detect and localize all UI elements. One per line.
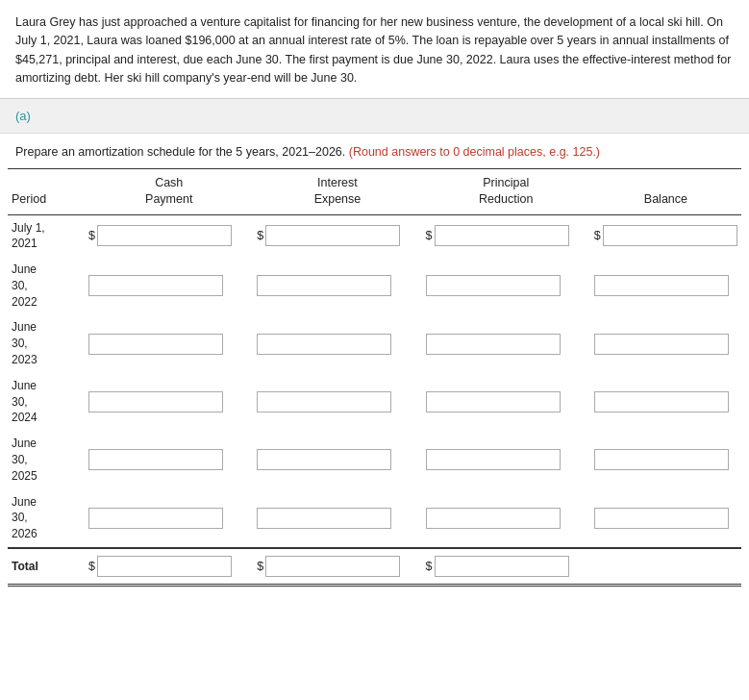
balance-cell: $ bbox=[590, 214, 741, 257]
cash-payment-input-june2025[interactable] bbox=[88, 449, 223, 470]
dollar-sign: $ bbox=[257, 560, 263, 573]
dollar-sign: $ bbox=[88, 229, 95, 242]
header-period: Period bbox=[8, 168, 85, 214]
cash-payment-input-june2022[interactable] bbox=[88, 275, 223, 296]
table-row: June30,2025 bbox=[8, 431, 741, 488]
header-principal-reduction: PrincipalReduction bbox=[422, 168, 590, 214]
principal-reduction-input-june2022[interactable] bbox=[426, 275, 561, 296]
dollar-sign: $ bbox=[257, 229, 263, 242]
cash-payment-input-june2026[interactable] bbox=[88, 508, 223, 529]
total-interest-input[interactable] bbox=[265, 556, 400, 577]
total-interest-cell: $ bbox=[253, 548, 421, 586]
total-row: Total $ $ $ bbox=[8, 548, 741, 586]
balance-input-june2026[interactable] bbox=[594, 508, 729, 529]
balance-input-june2024[interactable] bbox=[594, 391, 729, 412]
total-cash-input[interactable] bbox=[97, 556, 232, 577]
dollar-sign: $ bbox=[426, 229, 433, 242]
principal-reduction-input-june2024[interactable] bbox=[426, 391, 561, 412]
balance-cell bbox=[590, 431, 741, 488]
interest-expense-input-june2026[interactable] bbox=[257, 508, 391, 529]
dollar-sign: $ bbox=[594, 229, 601, 242]
header-balance: Balance bbox=[590, 168, 741, 214]
balance-input-june2025[interactable] bbox=[594, 449, 729, 470]
dollar-sign: $ bbox=[88, 560, 95, 573]
period-cell: June30,2026 bbox=[8, 489, 85, 548]
table-row: June30,2023 bbox=[8, 314, 741, 372]
principal-reduction-cell bbox=[422, 314, 590, 372]
header-cash-payment: CashPayment bbox=[85, 168, 253, 214]
period-cell: July 1,2021 bbox=[8, 214, 85, 257]
total-principal-cell: $ bbox=[422, 548, 590, 586]
total-cash-cell: $ bbox=[85, 548, 253, 586]
interest-expense-input-june2025[interactable] bbox=[257, 449, 391, 470]
table-row: June30,2022 bbox=[8, 257, 741, 314]
cash-payment-cell bbox=[85, 431, 253, 488]
principal-reduction-cell bbox=[422, 431, 590, 488]
total-label: Total bbox=[8, 548, 85, 586]
balance-cell bbox=[590, 489, 741, 548]
table-row: June30,2026 bbox=[8, 489, 741, 548]
table-row: June30,2024 bbox=[8, 373, 741, 431]
cash-payment-cell bbox=[85, 314, 253, 372]
interest-expense-cell: $ bbox=[253, 214, 421, 257]
balance-cell bbox=[590, 373, 741, 431]
balance-cell bbox=[590, 314, 741, 372]
section-label: (a) bbox=[0, 99, 749, 134]
interest-expense-input-june2024[interactable] bbox=[257, 391, 391, 412]
cash-payment-cell: $ bbox=[85, 214, 253, 257]
balance-cell bbox=[590, 257, 741, 314]
balance-input-june2023[interactable] bbox=[594, 334, 729, 355]
dollar-sign: $ bbox=[426, 560, 433, 573]
description-text: Laura Grey has just approached a venture… bbox=[0, 0, 749, 99]
period-cell: June30,2025 bbox=[8, 431, 85, 488]
interest-expense-input-july2021[interactable] bbox=[265, 225, 400, 246]
header-interest-expense: InterestExpense bbox=[253, 168, 421, 214]
interest-expense-cell bbox=[253, 431, 421, 488]
principal-reduction-input-june2025[interactable] bbox=[426, 449, 561, 470]
amortization-table-container: Period CashPayment InterestExpense Princ… bbox=[0, 168, 749, 607]
interest-expense-cell bbox=[253, 373, 421, 431]
cash-payment-cell bbox=[85, 373, 253, 431]
principal-reduction-input-june2026[interactable] bbox=[426, 508, 561, 529]
cash-payment-input-july2021[interactable] bbox=[97, 225, 232, 246]
interest-expense-input-june2022[interactable] bbox=[257, 275, 391, 296]
balance-input-june2022[interactable] bbox=[594, 275, 729, 296]
interest-expense-input-june2023[interactable] bbox=[257, 334, 391, 355]
total-balance-cell bbox=[590, 548, 741, 586]
period-cell: June30,2023 bbox=[8, 314, 85, 372]
period-cell: June30,2024 bbox=[8, 373, 85, 431]
cash-payment-cell bbox=[85, 489, 253, 548]
period-cell: June30,2022 bbox=[8, 257, 85, 314]
amortization-table: Period CashPayment InterestExpense Princ… bbox=[8, 168, 741, 588]
cash-payment-input-june2023[interactable] bbox=[88, 334, 223, 355]
principal-reduction-cell bbox=[422, 373, 590, 431]
principal-reduction-cell bbox=[422, 489, 590, 548]
interest-expense-cell bbox=[253, 314, 421, 372]
balance-input-july2021[interactable] bbox=[603, 225, 737, 246]
principal-reduction-cell: $ bbox=[422, 214, 590, 257]
instruction-text: Prepare an amortization schedule for the… bbox=[0, 134, 749, 168]
total-principal-input[interactable] bbox=[435, 556, 569, 577]
principal-reduction-input-july2021[interactable] bbox=[435, 225, 569, 246]
interest-expense-cell bbox=[253, 257, 421, 314]
table-row: July 1,2021 $ $ $ bbox=[8, 214, 741, 257]
principal-reduction-input-june2023[interactable] bbox=[426, 334, 561, 355]
interest-expense-cell bbox=[253, 489, 421, 548]
cash-payment-cell bbox=[85, 257, 253, 314]
principal-reduction-cell bbox=[422, 257, 590, 314]
cash-payment-input-june2024[interactable] bbox=[88, 391, 223, 412]
